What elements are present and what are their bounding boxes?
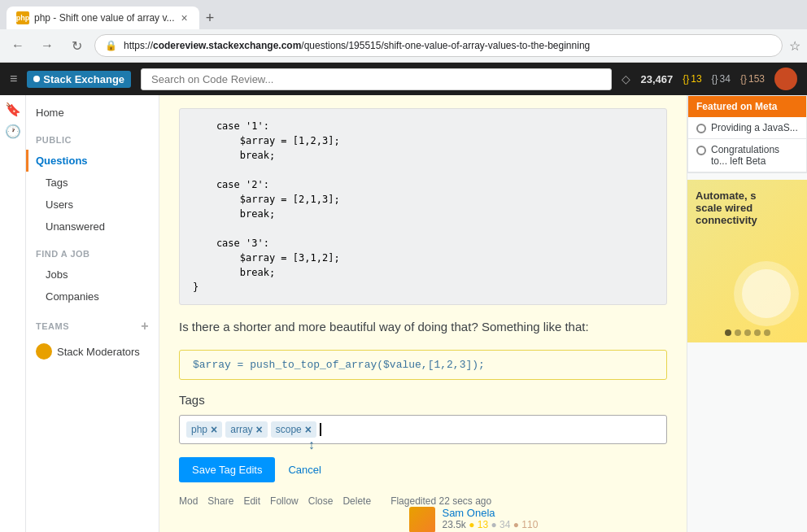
ad-line2: scale wired [696, 202, 799, 214]
tag-scope: scope × ↕ [271, 421, 316, 438]
tags-label: Tags [46, 177, 68, 189]
home-label: Home [36, 107, 64, 119]
tab-close-button[interactable]: × [180, 10, 190, 26]
tags-input-area[interactable]: php × array × scope × ↕ [179, 415, 667, 444]
editor-rep: 23.5k ● 13 ● 34 ● 110 [442, 519, 538, 530]
users-label: Users [46, 198, 73, 211]
unanswered-label: Unanswered [46, 220, 105, 233]
gold-badge: {} 13 [683, 73, 701, 85]
sidebar-section-teams: TEAMS + [26, 314, 159, 338]
url-bar[interactable]: 🔒 https://codereview.stackexchange.com/q… [94, 34, 783, 57]
ad-dots [725, 329, 770, 336]
logo-dot [33, 76, 40, 82]
search-input[interactable] [141, 68, 612, 90]
tag-array: array × [225, 421, 268, 438]
user-avatar[interactable] [774, 68, 797, 90]
achievements-icon[interactable]: ◇ [622, 72, 630, 85]
stack-moderators-label: Stack Moderators [57, 346, 140, 358]
reputation-count: 23,467 [640, 73, 673, 85]
editor-card: edited 22 secs ago Sam Onela 23.5k ● 13 … [409, 495, 538, 533]
companies-label: Companies [46, 290, 99, 303]
sidebar-section-public: PUBLIC [26, 130, 159, 150]
tab-title: php - Shift one value of array v... [34, 12, 175, 24]
sidebar-item-questions[interactable]: Questions [26, 150, 159, 172]
tag-array-remove[interactable]: × [256, 423, 263, 436]
new-tab-button[interactable]: + [199, 10, 221, 27]
sidebar-item-companies[interactable]: Companies [26, 286, 159, 307]
ad-circle-inner [742, 269, 791, 318]
jobs-label: Jobs [46, 268, 68, 281]
bookmark-edge-icon[interactable]: 🔖 [5, 102, 21, 117]
sidebar: Home PUBLIC Questions Tags Users Unanswe… [26, 95, 159, 532]
ad-dot-1 [725, 329, 731, 336]
code-answer-text: $array = push_to_top_of_array($value,[1,… [193, 359, 485, 371]
ad-line1: Automate, s [696, 190, 799, 202]
share-link[interactable]: Share [207, 495, 233, 507]
tag-scope-remove[interactable]: × ↕ [305, 423, 312, 436]
logo-text: Stack Exchange [43, 73, 124, 85]
save-tag-edits-button[interactable]: Save Tag Edits [179, 457, 275, 482]
sidebar-item-tags[interactable]: Tags [26, 172, 159, 194]
code-text: case '1': $array = [1,2,3]; break; case … [193, 119, 653, 294]
silver-badge: {} 34 [712, 73, 731, 85]
sidebar-item-stack-moderators[interactable]: Stack Moderators [26, 338, 159, 364]
question-text: Is there a shorter and more beautiful wa… [179, 318, 667, 337]
editor-info: Sam Onela 23.5k ● 13 ● 34 ● 110 [442, 507, 538, 530]
search-area [141, 68, 612, 90]
left-edge-icons: 🔖 🕐 [0, 95, 26, 532]
sidebar-item-home[interactable]: Home [26, 102, 159, 124]
sidebar-item-jobs[interactable]: Jobs [26, 264, 159, 286]
tag-php: php × [186, 421, 222, 438]
close-link[interactable]: Close [308, 495, 334, 507]
active-tab[interactable]: php php - Shift one value of array v... … [7, 7, 199, 29]
mod-link[interactable]: Mod [179, 495, 198, 507]
tags-heading: Tags [179, 393, 667, 407]
bronze-badge: {} 153 [740, 73, 765, 85]
meta-item-0-text: Providing a JavaS... [711, 122, 798, 133]
tag-scope-label: scope [276, 424, 302, 435]
featured-meta-item-0[interactable]: Providing a JavaS... [688, 117, 806, 139]
post-actions-bar: Mod Share Edit Follow Close Delete Flag [179, 495, 409, 507]
tab-favicon: php [16, 11, 29, 24]
ad-dot-5 [764, 329, 770, 336]
ssl-lock-icon: 🔒 [105, 40, 117, 51]
flag-link[interactable]: Flag [390, 495, 409, 507]
se-logo[interactable]: Stack Exchange [27, 71, 131, 88]
history-edge-icon[interactable]: 🕐 [5, 124, 21, 139]
sidebar-item-users[interactable]: Users [26, 194, 159, 216]
delete-link[interactable]: Delete [342, 495, 371, 507]
se-header: ≡ Stack Exchange ◇ 23,467 {} 13 {} 34 {}… [0, 63, 807, 95]
follow-link[interactable]: Follow [270, 495, 299, 507]
refresh-button[interactable]: ↻ [65, 34, 88, 57]
back-button[interactable]: ← [7, 34, 29, 57]
tag-text-cursor [320, 423, 321, 436]
ad-dot-2 [735, 329, 741, 336]
sidebar-section-findajob: FIND A JOB [26, 244, 159, 264]
browser-chrome: php php - Shift one value of array v... … [0, 0, 807, 63]
text-cursor [320, 423, 321, 436]
meta-icon-0 [696, 124, 706, 133]
editor-user-card: Sam Onela 23.5k ● 13 ● 34 ● 110 [409, 507, 538, 533]
editor-name[interactable]: Sam Onela [442, 507, 538, 519]
questions-label: Questions [36, 155, 88, 167]
forward-button[interactable]: → [36, 34, 59, 57]
url-text: https://codereview.stackexchange.com/que… [124, 40, 772, 51]
sidebar-item-unanswered[interactable]: Unanswered [26, 216, 159, 238]
edited-info: edited 22 secs ago [409, 495, 538, 507]
edit-link[interactable]: Edit [243, 495, 260, 507]
meta-item-1-text: Congratulations to... left Beta [711, 144, 798, 167]
ad-dot-4 [754, 329, 761, 336]
tag-php-label: php [191, 424, 207, 435]
featured-meta-item-1[interactable]: Congratulations to... left Beta [688, 139, 806, 172]
add-team-icon[interactable]: + [141, 319, 149, 334]
main-content: case '1': $array = [1,2,3]; break; case … [159, 95, 687, 532]
user-cards: edited 22 secs ago Sam Onela 23.5k ● 13 … [409, 495, 667, 533]
main-layout: 🔖 🕐 Home PUBLIC Questions Tags Users Una… [0, 95, 807, 532]
cancel-button[interactable]: Cancel [281, 457, 327, 482]
tag-php-remove[interactable]: × [211, 423, 217, 436]
hamburger-icon[interactable]: ≡ [10, 72, 17, 86]
address-bar: ← → ↻ 🔒 https://codereview.stackexchange… [0, 29, 807, 62]
bookmark-button[interactable]: ☆ [789, 38, 800, 54]
code-block: case '1': $array = [1,2,3]; break; case … [179, 108, 667, 305]
header-icons: ◇ 23,467 {} 13 {} 34 {} 153 [622, 68, 797, 90]
